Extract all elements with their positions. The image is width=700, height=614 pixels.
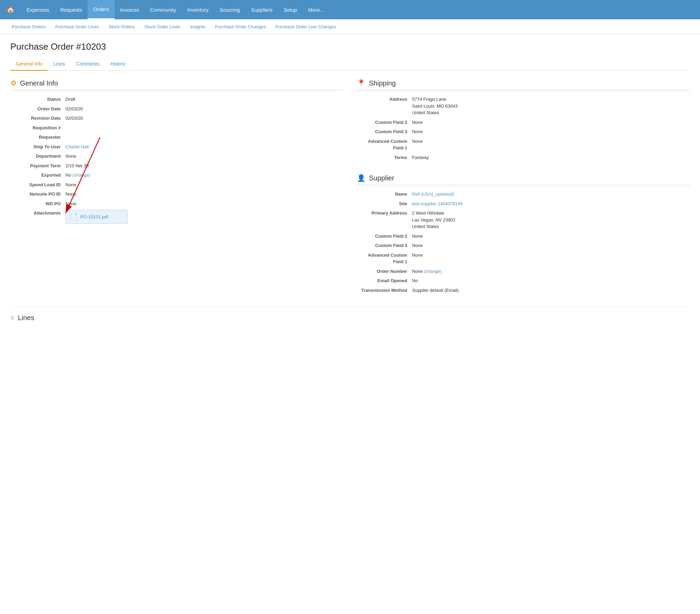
field-requisition: Requisition # [10,125,343,131]
label-ship-to-user: Ship To User [10,143,66,150]
field-shipping-terms: Terms Fastway [357,154,690,161]
label-wd-po: WD PO [10,200,66,207]
tab-comments[interactable]: Comments [71,58,105,71]
home-icon[interactable]: 🏠 [3,3,18,17]
value-order-date: 02/03/20 [66,106,83,112]
shipping-title: Shipping [369,79,396,87]
field-email-opened: Email Opened No [357,277,690,284]
field-status: Status Draft [10,96,343,103]
label-requester: Requester [10,134,66,141]
subnav-insights[interactable]: Insights [185,20,210,33]
value-shipping-terms: Fastway [412,154,429,161]
field-supplier-name: Name Dell (USA)_updated2 [357,191,690,198]
value-shipping-custom2: None [412,119,423,126]
supplier-name-link[interactable]: Dell (USA)_updated2 [412,191,454,197]
tab-lines[interactable]: Lines [48,58,70,71]
value-shipping-address: 5774 Frago LaneSaint Louis, MO 63043Unit… [412,96,458,116]
tab-general-info[interactable]: General Info [10,58,48,71]
nav-sourcing[interactable]: Sourcing [214,1,246,19]
label-attachments: Attachments [10,210,66,217]
top-navigation: 🏠 Expenses Requests Orders Invoices Comm… [0,0,700,19]
label-order-date: Order Date [10,106,66,112]
gear-icon: ⚙ [10,79,17,87]
label-supplier-primary-address: Primary Address [357,210,412,217]
label-department: Department [10,153,66,160]
exported-value: No [66,172,71,178]
right-column: 📍 Shipping Address 5774 Frago LaneSaint … [357,79,690,296]
subnav-purchase-order-changes[interactable]: Purchase Order Changes [210,20,270,33]
label-shipping-custom3: Custom Field 3 [357,128,412,135]
field-exported: Exported No (change) [10,172,343,179]
nav-requests[interactable]: Requests [55,1,88,19]
label-revision-date: Revision Date [10,115,66,122]
file-name: PO-10101.pdf [80,214,108,220]
field-wd-po: WD PO None [10,200,343,207]
ship-to-user-link[interactable]: Charlie Hall [66,144,89,149]
field-department: Department None [10,153,343,160]
nav-orders[interactable]: Orders [88,0,114,19]
value-supplier-name: Dell (USA)_updated2 [412,191,454,198]
subnav-purchase-orders[interactable]: Purchase Orders [7,20,50,33]
value-supplier-custom3: None [412,242,423,249]
value-supplier-site: test-supplier 1404078189 [412,200,463,207]
label-shipping-terms: Terms [357,154,412,161]
label-transmission-method: Transmission Method [357,287,412,294]
supplier-site-link[interactable]: test-supplier 1404078189 [412,201,463,206]
file-icon: 📄 [70,212,78,221]
nav-invoices[interactable]: Invoices [114,1,144,19]
value-department: None [66,153,76,160]
value-wd-po: None [66,200,76,207]
value-exported: No (change) [66,172,90,179]
label-supplier-order-number: Order Number [357,268,412,275]
subnav-stock-orders[interactable]: Stock Orders [104,20,140,33]
location-icon: 📍 [357,79,366,87]
order-number-change-link[interactable]: (change) [424,269,442,274]
subnav-purchase-order-line-changes[interactable]: Purchase Order Line Changes [271,20,341,33]
page-content: Purchase Order #10203 General Info Lines… [0,34,700,614]
nav-community[interactable]: Community [144,1,182,19]
general-info-section: ⚙ General Info Status Draft Order Date 0… [10,79,343,296]
field-revision-date: Revision Date 02/03/20 [10,115,343,122]
supplier-divider [357,185,690,185]
general-info-header: ⚙ General Info [10,79,343,87]
value-spend-load-id: None [66,181,76,188]
nav-more[interactable]: More... [303,1,330,19]
field-supplier-primary-address: Primary Address 2 West HillsdaleLas Vega… [357,210,690,230]
supplier-icon: 👤 [357,174,366,182]
field-netsuite-po-id: Netsuite PO ID None [10,191,343,198]
label-shipping-custom2: Custom Field 2 [357,119,412,126]
label-supplier-site: Site [357,200,412,207]
field-shipping-custom3: Custom Field 3 None [357,128,690,135]
field-supplier-site: Site test-supplier 1404078189 [357,200,690,207]
subnav-purchase-order-lines[interactable]: Purchase Order Lines [50,20,103,33]
label-shipping-adv-custom1: Advanced CustomField 1 [357,138,412,151]
shipping-section: 📍 Shipping Address 5774 Frago LaneSaint … [357,79,690,164]
value-email-opened: No [412,277,418,284]
supplier-title: Supplier [369,174,394,182]
nav-setup[interactable]: Setup [278,1,302,19]
lines-section: ≡ Lines [10,307,690,322]
nav-expenses[interactable]: Expenses [21,1,55,19]
field-supplier-custom2: Custom Field 2 None [357,233,690,240]
field-attachments: Attachments 📄 PO-10101.pdf [10,210,343,224]
label-email-opened: Email Opened [357,277,412,284]
nav-inventory[interactable]: Inventory [182,1,214,19]
value-shipping-adv-custom1: None [412,138,423,145]
order-number-value: None [412,269,423,274]
lines-header: ≡ Lines [10,314,690,322]
field-supplier-order-number: Order Number None (change) [357,268,690,275]
tab-history[interactable]: History [105,58,131,71]
label-supplier-name: Name [357,191,412,198]
tab-bar: General Info Lines Comments History [10,58,690,71]
field-requester: Requester [10,134,343,141]
lines-title: Lines [18,314,34,322]
subnav-stock-order-lines[interactable]: Stock Order Lines [140,20,185,33]
attachment-file[interactable]: 📄 PO-10101.pdf [66,210,128,224]
label-supplier-custom3: Custom Field 3 [357,242,412,249]
value-supplier-custom2: None [412,233,423,240]
field-shipping-address: Address 5774 Frago LaneSaint Louis, MO 6… [357,96,690,116]
general-info-title: General Info [20,79,58,87]
shipping-header: 📍 Shipping [357,79,690,87]
nav-suppliers[interactable]: Suppliers [246,1,278,19]
exported-change-link[interactable]: (change) [72,172,90,178]
